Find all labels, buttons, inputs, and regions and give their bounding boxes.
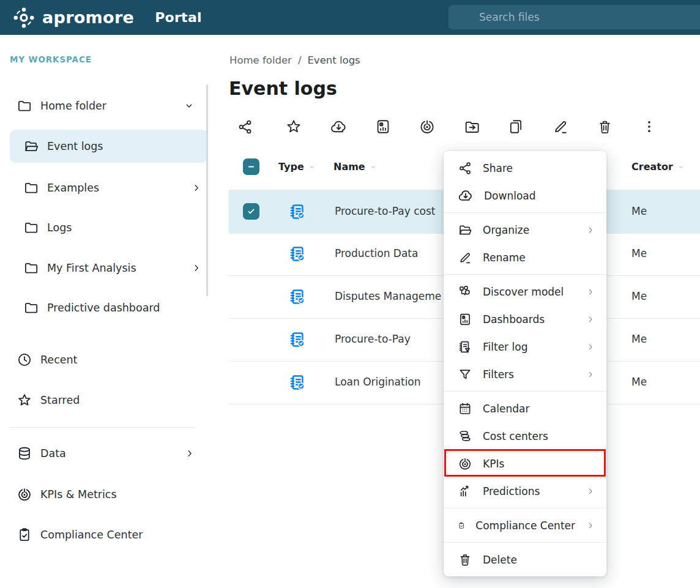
row-name[interactable]: Procure-to-Pay cost (335, 205, 435, 217)
more-button[interactable] (638, 116, 660, 138)
sidebar-item-event-logs[interactable]: Event logs (10, 130, 208, 163)
chevron-right-icon[interactable] (184, 448, 195, 459)
kpi-gauge-icon (17, 486, 32, 502)
clipboard-check-icon (17, 527, 32, 543)
chevron-right-icon[interactable] (191, 262, 202, 274)
kpis-button[interactable] (416, 116, 438, 138)
row-creator: Me (631, 376, 647, 388)
breadcrumb-home[interactable]: Home folder (229, 54, 292, 66)
row-name[interactable]: Procure-to-Pay (335, 333, 411, 345)
menu-item-label: Rename (483, 251, 526, 264)
rename-button[interactable] (549, 116, 572, 138)
menu-item-share[interactable]: Share (444, 154, 606, 182)
event-log-icon (288, 373, 307, 392)
folder-icon (17, 98, 32, 114)
workspace-section-label: MY WORKSPACE (10, 54, 92, 64)
chevron-right-icon (586, 225, 595, 235)
sidebar-item-kpis-metrics[interactable]: KPIs & Metrics (10, 481, 201, 508)
move-button[interactable] (461, 116, 483, 138)
column-header-creator[interactable]: Creator (631, 161, 685, 173)
sidebar-item-recent[interactable]: Recent (10, 346, 201, 373)
column-header-type[interactable]: Type (278, 161, 316, 173)
share-button[interactable] (234, 116, 256, 138)
calendar-icon (458, 401, 472, 416)
copy-button[interactable] (505, 116, 527, 138)
filter-log-icon (458, 340, 472, 354)
breadcrumb-separator: / (298, 54, 302, 66)
sidebar-item-label: Predictive dashboard (47, 302, 160, 314)
discover-model-icon (458, 285, 472, 299)
dashboard-icon (458, 312, 472, 327)
menu-item-kpis[interactable]: KPIs (444, 450, 606, 477)
sidebar-divider (10, 427, 195, 428)
chevron-right-icon[interactable] (191, 182, 202, 193)
sidebar-scrollbar[interactable] (206, 84, 208, 296)
sidebar-item-logs[interactable]: Logs (10, 214, 208, 241)
sidebar-item-label: Starred (40, 394, 80, 406)
menu-item-predictions[interactable]: Predictions (444, 477, 606, 505)
delete-button[interactable] (594, 116, 616, 138)
cloud-download-icon (458, 188, 474, 204)
dashboard-icon (374, 118, 392, 135)
chevron-down-icon[interactable] (183, 100, 195, 112)
select-all-checkbox[interactable] (243, 158, 259, 175)
menu-item-rename[interactable]: Rename (444, 244, 606, 271)
sidebar-item-label: Logs (47, 221, 72, 234)
menu-item-filter-log[interactable]: Filter log (444, 333, 606, 360)
row-name[interactable]: Disputes Manageme (335, 290, 441, 302)
star-button[interactable] (283, 116, 305, 138)
menu-item-calendar[interactable]: Calendar (444, 395, 606, 422)
menu-item-delete[interactable]: Delete (444, 546, 606, 573)
trash-icon (597, 119, 613, 135)
dashboards-button[interactable] (372, 116, 394, 138)
context-menu: Share Download Organize Rename (444, 151, 606, 576)
sidebar-item-home-folder[interactable]: Home folder (10, 92, 201, 119)
menu-item-dashboards[interactable]: Dashboards (444, 305, 606, 333)
coins-icon (458, 429, 472, 444)
event-log-icon (288, 288, 307, 306)
apromore-logo-icon (12, 6, 35, 29)
star-icon (285, 118, 302, 135)
event-log-icon (288, 203, 307, 221)
column-label: Creator (631, 161, 673, 173)
indeterminate-icon (247, 162, 256, 171)
chevron-right-icon (586, 521, 595, 530)
clock-icon (17, 352, 32, 368)
folder-icon (23, 180, 39, 196)
row-name[interactable]: Loan Origination (335, 376, 421, 388)
copy-icon (507, 118, 524, 135)
breadcrumb: Home folder / Event logs (229, 54, 360, 66)
predictions-icon (458, 484, 472, 499)
sidebar-item-starred[interactable]: Starred (10, 387, 201, 414)
chevron-right-icon (586, 370, 595, 379)
menu-item-organize[interactable]: Organize (444, 216, 606, 244)
sidebar-item-examples[interactable]: Examples (10, 174, 208, 201)
row-creator: Me (631, 333, 647, 345)
sidebar-item-data[interactable]: Data (10, 440, 201, 467)
menu-item-label: Filter log (483, 341, 527, 353)
column-header-name[interactable]: Name (333, 161, 378, 173)
sidebar-item-predictive-dashboard[interactable]: Predictive dashboard (10, 294, 208, 321)
download-button[interactable] (327, 116, 349, 138)
search-input[interactable] (449, 5, 700, 29)
sidebar-item-my-first-analysis[interactable]: My First Analysis (10, 255, 208, 281)
cloud-download-icon (330, 118, 348, 136)
menu-item-discover-model[interactable]: Discover model (444, 278, 606, 305)
kebab-menu-icon (641, 119, 657, 135)
row-name[interactable]: Production Data (335, 247, 418, 259)
row-creator: Me (631, 247, 647, 259)
sidebar-item-label: Examples (47, 182, 99, 194)
sidebar-item-compliance-center[interactable]: Compliance Center (10, 521, 201, 548)
menu-item-filters[interactable]: Filters (444, 360, 606, 388)
brand[interactable]: apromore (12, 6, 134, 29)
share-icon (458, 161, 472, 176)
menu-item-download[interactable]: Download (444, 182, 606, 209)
row-checkbox[interactable] (243, 203, 259, 220)
folder-move-icon (463, 118, 481, 136)
chevron-down-icon (677, 163, 685, 171)
menu-item-compliance-center[interactable]: Compliance Center (444, 512, 606, 539)
menu-item-label: KPIs (483, 458, 504, 470)
menu-item-cost-centers[interactable]: Cost centers (444, 422, 606, 450)
folder-open-icon (23, 138, 39, 154)
menu-item-label: Filters (483, 368, 514, 381)
